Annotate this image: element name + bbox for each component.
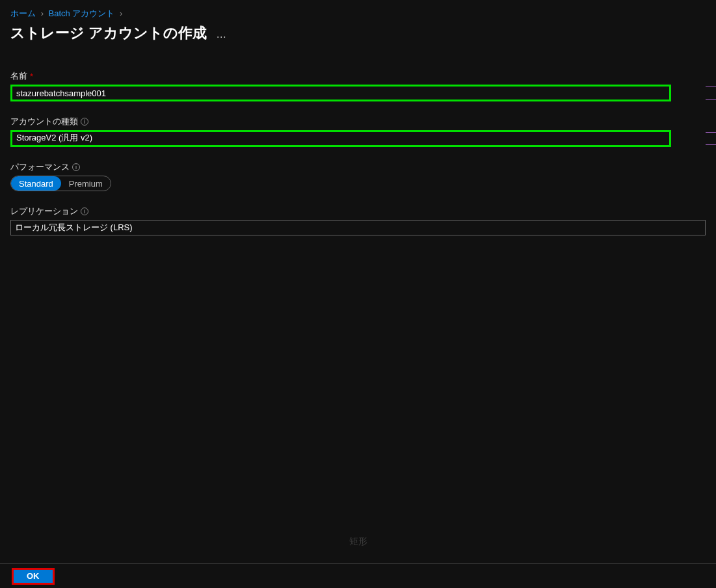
decoration-line — [706, 87, 716, 100]
info-icon[interactable]: i — [81, 207, 88, 215]
watermark-text: 矩形 — [349, 536, 367, 548]
more-menu-icon[interactable]: … — [216, 26, 227, 40]
breadcrumb-home[interactable]: ホーム — [10, 8, 36, 18]
decoration-line — [706, 132, 716, 145]
ok-button[interactable]: OK — [14, 570, 53, 583]
account-type-select[interactable]: StorageV2 (汎用 v2) — [12, 132, 669, 145]
info-icon[interactable]: i — [81, 118, 88, 126]
footer-bar: OK — [0, 563, 716, 588]
name-input-highlight — [10, 85, 671, 101]
account-type-label: アカウントの種類 — [10, 116, 78, 127]
breadcrumb: ホーム › Batch アカウント › — [10, 8, 706, 20]
replication-label: レプリケーション — [10, 206, 78, 217]
required-indicator: * — [30, 72, 33, 81]
info-icon[interactable]: i — [72, 163, 80, 171]
page-title: ストレージ アカウントの作成 — [10, 23, 207, 43]
breadcrumb-batch-account[interactable]: Batch アカウント — [49, 8, 115, 18]
performance-standard-button[interactable]: Standard — [11, 176, 61, 191]
name-label: 名前 — [10, 70, 27, 82]
performance-label: パフォーマンス — [10, 161, 70, 173]
name-input[interactable] — [12, 87, 669, 100]
performance-toggle: Standard Premium — [10, 176, 111, 191]
chevron-right-icon: › — [120, 8, 122, 18]
replication-select[interactable]: ローカル冗長ストレージ (LRS) — [10, 220, 706, 235]
ok-button-highlight: OK — [12, 568, 55, 585]
account-type-select-highlight: StorageV2 (汎用 v2) — [10, 130, 671, 147]
chevron-right-icon: › — [41, 8, 44, 18]
replication-value: ローカル冗長ストレージ (LRS) — [15, 222, 133, 234]
performance-premium-button[interactable]: Premium — [61, 176, 111, 191]
